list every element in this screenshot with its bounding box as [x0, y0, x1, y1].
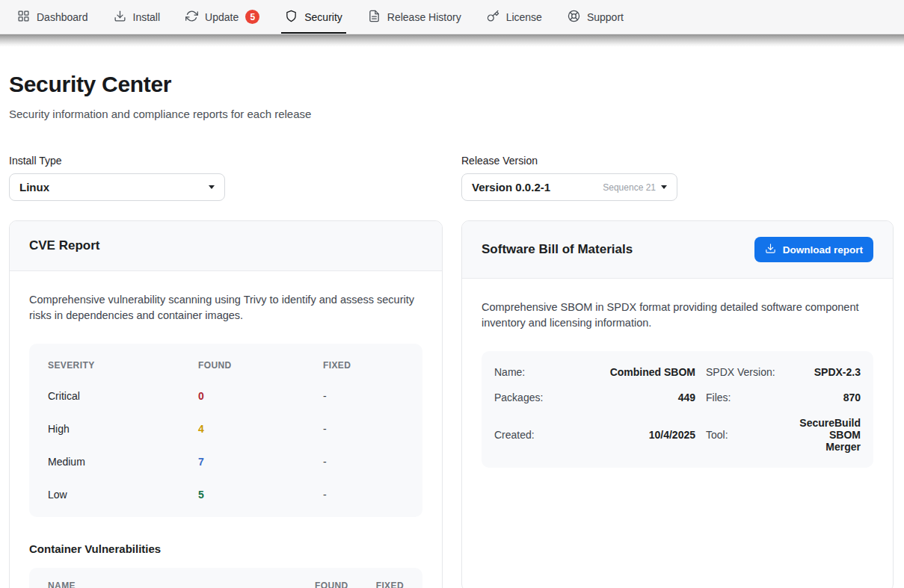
container-vulnerabilities-title: Container Vulnerabilities [29, 542, 422, 555]
column-header-found: FOUND [198, 360, 323, 371]
found-count: 5 [198, 489, 323, 501]
nav-tab-dashboard[interactable]: Dashboard [4, 0, 101, 34]
cve-card-body: Comprehensive vulnerability scanning usi… [10, 271, 442, 588]
found-count: 7 [198, 456, 323, 468]
nav-tab-label: Install [133, 11, 161, 23]
filters-row: Install Type Linux Release Version Versi… [9, 155, 894, 201]
severity-table: SEVERITY FOUND FIXED Critical 0 - High 4… [29, 344, 422, 517]
fixed-count: - [323, 456, 404, 468]
cve-card-title: CVE Report [29, 238, 99, 253]
column-header-severity: SEVERITY [48, 360, 198, 371]
download-icon [114, 10, 126, 25]
page-subtitle: Security information and compliance repo… [9, 108, 894, 120]
nav-tab-security[interactable]: Security [272, 0, 355, 34]
sbom-spdx-label: SPDX Version: [706, 359, 784, 385]
shield-icon [285, 10, 298, 25]
severity-label: Medium [48, 456, 198, 468]
cve-card-header: CVE Report [10, 221, 442, 271]
sbom-files-value: 870 [794, 385, 861, 410]
sbom-tool-label: Tool: [706, 410, 784, 459]
download-icon [765, 243, 776, 256]
download-report-button[interactable]: Download report [754, 237, 873, 262]
fixed-count: - [323, 423, 404, 435]
top-navigation: Dashboard Install Update 5 Security Rele… [0, 0, 904, 34]
nav-tab-support[interactable]: Support [555, 0, 636, 34]
nav-tab-label: Dashboard [37, 11, 88, 23]
table-row: High 4 - [29, 412, 422, 445]
cve-report-card: CVE Report Comprehensive vulnerability s… [9, 220, 443, 588]
column-header-found: FOUND [315, 581, 348, 588]
severity-label: Low [48, 489, 198, 501]
column-header-name: NAME [48, 581, 287, 588]
sbom-name-label: Name: [494, 359, 563, 385]
sbom-created-label: Created: [494, 410, 563, 459]
sbom-description: Comprehensive SBOM in SPDX format provid… [482, 300, 872, 332]
download-report-label: Download report [783, 244, 863, 256]
sbom-card-title: Software Bill of Materials [482, 242, 633, 257]
fixed-count: - [323, 489, 404, 501]
table-row: Low 5 - [29, 478, 422, 511]
nav-tab-update[interactable]: Update 5 [173, 0, 272, 34]
nav-tab-label: Update [205, 11, 239, 23]
report-cards-row: CVE Report Comprehensive vulnerability s… [9, 220, 894, 588]
container-table-header: NAME FOUND FIXED [29, 568, 422, 588]
cve-description: Comprehensive vulnerability scanning usi… [29, 292, 419, 324]
refresh-icon [185, 10, 198, 25]
install-type-select[interactable]: Linux [9, 173, 225, 201]
fixed-count: - [323, 390, 404, 402]
nav-tab-label: License [506, 11, 542, 23]
sbom-packages-value: 449 [574, 385, 695, 410]
grid-icon [17, 10, 30, 25]
table-row: Critical 0 - [29, 380, 422, 412]
page-title: Security Center [9, 72, 894, 97]
table-row: Medium 7 - [29, 445, 422, 478]
sbom-card-body: Comprehensive SBOM in SPDX format provid… [462, 279, 893, 487]
sbom-card: Software Bill of Materials Download repo… [461, 220, 894, 588]
install-type-value: Linux [19, 181, 49, 194]
sbom-created-value: 10/4/2025 [574, 410, 695, 459]
chevron-down-icon [209, 185, 215, 189]
sbom-card-header: Software Bill of Materials Download repo… [462, 221, 893, 279]
sbom-info-panel: Name: Combined SBOM SPDX Version: SPDX-2… [482, 351, 873, 468]
severity-label: Critical [48, 390, 198, 402]
nav-tab-install[interactable]: Install [101, 0, 173, 34]
sequence-badge: Sequence 21 [603, 182, 656, 193]
nav-tab-label: Release History [387, 11, 461, 23]
key-icon [487, 10, 499, 25]
nav-tab-label: Support [587, 11, 624, 23]
install-type-label: Install Type [9, 155, 443, 167]
severity-label: High [48, 423, 198, 435]
sbom-name-value: Combined SBOM [574, 359, 695, 385]
nav-tab-release-history[interactable]: Release History [355, 0, 474, 34]
severity-table-header: SEVERITY FOUND FIXED [29, 348, 422, 380]
file-text-icon [368, 10, 381, 25]
found-count: 4 [198, 423, 323, 435]
main-content: Security Center Security information and… [0, 46, 904, 588]
nav-tab-label: Security [304, 11, 342, 23]
chevron-down-icon [661, 185, 667, 189]
sbom-tool-value: SecureBuild SBOM Merger [794, 410, 861, 459]
column-header-fixed: FIXED [323, 360, 404, 371]
install-type-filter: Install Type Linux [9, 155, 443, 201]
release-version-filter: Release Version Version 0.0.2-1 Sequence… [461, 155, 894, 201]
nav-shadow-strip [0, 34, 904, 46]
container-vulnerabilities-table: NAME FOUND FIXED [29, 568, 422, 588]
column-header-fixed: FIXED [376, 581, 404, 588]
life-buoy-icon [568, 10, 580, 25]
sbom-packages-label: Packages: [494, 385, 563, 410]
sbom-spdx-value: SPDX-2.3 [794, 359, 861, 385]
update-count-badge: 5 [245, 10, 259, 24]
nav-tab-license[interactable]: License [474, 0, 555, 34]
sbom-files-label: Files: [706, 385, 784, 410]
release-version-select[interactable]: Version 0.0.2-1 Sequence 21 [461, 173, 677, 201]
release-version-label: Release Version [461, 155, 894, 167]
release-version-value: Version 0.0.2-1 [472, 181, 550, 194]
found-count: 0 [198, 390, 323, 402]
